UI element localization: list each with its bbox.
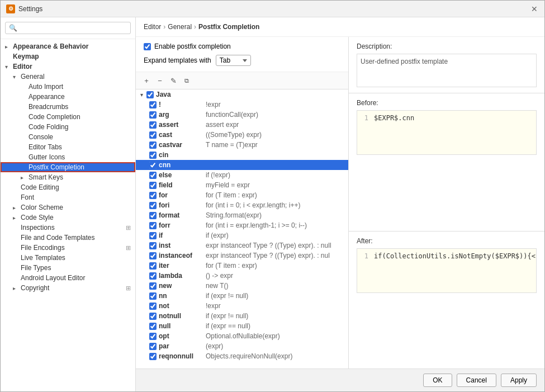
template-checkbox[interactable] — [149, 111, 157, 119]
close-button[interactable]: ✕ — [530, 4, 539, 13]
template-checkbox[interactable] — [149, 172, 157, 179]
template-checkbox[interactable] — [149, 182, 157, 189]
apply-button[interactable]: Apply — [501, 374, 537, 387]
template-checkbox[interactable] — [149, 313, 157, 320]
java-group-header[interactable]: ▾ Java — [136, 89, 348, 100]
sidebar-item-copyright[interactable]: Copyright ⊞ — [1, 283, 135, 293]
template-checkbox[interactable] — [149, 232, 157, 239]
template-checkbox[interactable] — [149, 131, 157, 139]
template-checkbox[interactable] — [149, 212, 157, 219]
sidebar-item-file-types[interactable]: File Types — [1, 263, 135, 273]
template-checkbox[interactable] — [149, 282, 157, 290]
template-item-if[interactable]: if if (expr) — [136, 230, 348, 240]
sidebar-item-console[interactable]: Console — [1, 132, 135, 142]
template-item-assert[interactable]: assert assert expr — [136, 120, 348, 130]
template-item-for[interactable]: for for (T item : expr) — [136, 190, 348, 200]
sidebar-item-breadcrumbs[interactable]: Breadcrumbs — [1, 102, 135, 112]
sidebar-item-editor[interactable]: Editor — [1, 62, 135, 72]
sidebar-item-appearance-behavior[interactable]: Appearance & Behavior — [1, 41, 135, 51]
template-checkbox[interactable] — [149, 162, 157, 169]
sidebar-item-editor-tabs[interactable]: Editor Tabs — [1, 142, 135, 152]
template-item-field[interactable]: field myField = expr — [136, 180, 348, 190]
template-checkbox[interactable] — [149, 101, 157, 108]
breadcrumb-sep1: › — [163, 23, 165, 31]
sidebar-item-font[interactable]: Font — [1, 192, 135, 202]
sidebar-item-appearance[interactable]: Appearance — [1, 92, 135, 102]
template-checkbox[interactable] — [149, 252, 157, 259]
edit-button[interactable]: ✎ — [167, 74, 179, 87]
sidebar-item-general[interactable]: General — [1, 72, 135, 82]
template-item-not[interactable]: not !expr — [136, 301, 348, 311]
template-checkbox[interactable] — [149, 141, 157, 149]
template-item-lambda[interactable]: lambda () -> expr — [136, 271, 348, 281]
template-checkbox[interactable] — [149, 202, 157, 209]
sidebar-item-live-templates[interactable]: Live Templates — [1, 253, 135, 263]
template-item-fori[interactable]: fori for (int i = 0; i < expr.length; i+… — [136, 200, 348, 210]
template-checkbox[interactable] — [149, 121, 157, 129]
sidebar-item-smart-keys[interactable]: Smart Keys — [1, 172, 135, 182]
remove-button[interactable]: − — [154, 74, 166, 87]
sidebar-label: Postfix Completion — [29, 163, 84, 171]
template-item-opt[interactable]: opt Optional.ofNullable(expr) — [136, 331, 348, 341]
add-button[interactable]: + — [140, 74, 153, 87]
sidebar-label: File Types — [21, 264, 51, 272]
template-item-reqnonnull[interactable]: reqnonnull Objects.requireNonNull(expr) — [136, 351, 348, 361]
template-checkbox[interactable] — [149, 222, 157, 229]
template-item-arg[interactable]: arg functionCall(expr) — [136, 110, 348, 120]
sidebar-item-code-completion[interactable]: Code Completion — [1, 112, 135, 122]
template-checkbox[interactable] — [149, 353, 157, 360]
cancel-button[interactable]: Cancel — [457, 374, 496, 387]
sidebar-item-file-code-templates[interactable]: File and Code Templates — [1, 233, 135, 243]
template-checkbox[interactable] — [149, 272, 157, 280]
template-item-null[interactable]: null if (expr == null) — [136, 321, 348, 331]
java-group-label: Java — [156, 91, 171, 98]
expand-row: Expand templates with Tab Space Enter — [144, 55, 340, 66]
sidebar-item-code-editing[interactable]: Code Editing — [1, 182, 135, 192]
search-input[interactable] — [5, 22, 131, 34]
sidebar-item-inspections[interactable]: Inspections ⊞ — [1, 223, 135, 233]
template-checkbox[interactable] — [149, 292, 157, 300]
template-abbr: reqnonnull — [159, 352, 203, 360]
template-item-par[interactable]: par (expr) — [136, 341, 348, 351]
template-checkbox[interactable] — [149, 152, 157, 159]
template-item-instanceof[interactable]: instanceof expr instanceof Type ? ((Type… — [136, 251, 348, 261]
template-item-new[interactable]: new new T() — [136, 281, 348, 291]
java-group-checkbox[interactable] — [146, 91, 154, 98]
sidebar-item-file-encodings[interactable]: File Encodings ⊞ — [1, 243, 135, 253]
sidebar-item-gutter-icons[interactable]: Gutter Icons — [1, 152, 135, 162]
expand-select[interactable]: Tab Space Enter — [216, 55, 251, 66]
template-checkbox[interactable] — [149, 323, 157, 330]
template-item-cnn[interactable]: cnn — [136, 160, 348, 170]
template-item-inst[interactable]: inst expr instanceof Type ? ((Type) expr… — [136, 240, 348, 251]
template-item-format[interactable]: format String.format(expr) — [136, 210, 348, 220]
sidebar-item-postfix-completion[interactable]: Postfix Completion — [1, 162, 135, 172]
enable-checkbox[interactable] — [144, 43, 151, 50]
ok-button[interactable]: OK — [423, 374, 452, 387]
template-item-cin[interactable]: cin — [136, 150, 348, 160]
template-checkbox[interactable] — [149, 343, 157, 350]
sidebar-item-keymap[interactable]: Keymap — [1, 51, 135, 62]
template-checkbox[interactable] — [149, 303, 157, 310]
template-item-excl[interactable]: ! !expr — [136, 100, 348, 110]
template-item-castvar[interactable]: castvar T name = (T)expr — [136, 140, 348, 150]
template-desc: assert expr — [206, 121, 239, 129]
template-checkbox[interactable] — [149, 262, 157, 270]
sidebar-item-code-style[interactable]: Code Style — [1, 212, 135, 223]
sidebar-item-android-layout-editor[interactable]: Android Layout Editor — [1, 273, 135, 283]
template-item-notnull[interactable]: notnull if (expr != null) — [136, 311, 348, 321]
sidebar-item-color-scheme[interactable]: Color Scheme — [1, 202, 135, 212]
template-item-nn[interactable]: nn if (expr != null) — [136, 291, 348, 301]
sidebar-label: Android Layout Editor — [21, 274, 85, 282]
copy-button[interactable]: ⧉ — [181, 74, 193, 87]
template-desc: expr instanceof Type ? ((Type) expr). : … — [206, 252, 330, 259]
sidebar-item-code-folding[interactable]: Code Folding — [1, 122, 135, 132]
template-item-iter[interactable]: iter for (T item : expr) — [136, 261, 348, 271]
template-item-forr[interactable]: forr for (int i = expr.length-1; i >= 0;… — [136, 220, 348, 230]
template-item-else[interactable]: else if (!expr) — [136, 170, 348, 180]
template-checkbox[interactable] — [149, 242, 157, 249]
template-item-cast[interactable]: cast ((SomeType) expr) — [136, 130, 348, 140]
template-checkbox[interactable] — [149, 333, 157, 340]
template-checkbox[interactable] — [149, 192, 157, 199]
template-desc: if (expr) — [206, 232, 229, 239]
sidebar-item-auto-import[interactable]: Auto Import — [1, 82, 135, 92]
